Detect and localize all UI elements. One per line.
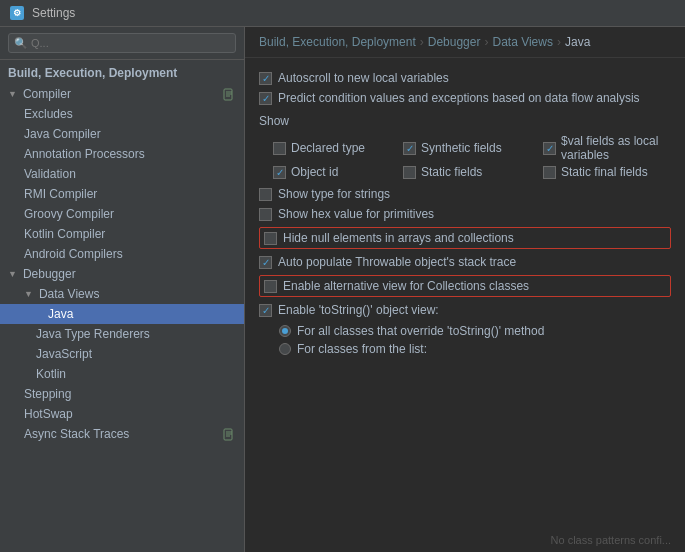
sidebar-item-label: Kotlin Compiler [24,227,105,241]
object-id-label: Object id [291,165,338,179]
sidebar-item-label: Validation [24,167,76,181]
sidebar: 🔍 Build, Execution, Deployment ▼ Compile… [0,27,245,552]
title-bar: ⚙ Settings [0,0,685,27]
sidebar-item-validation[interactable]: Validation [0,164,244,184]
page-icon [222,427,236,441]
sidebar-item-label: Android Compilers [24,247,123,261]
declared-type-label: Declared type [291,141,365,155]
show-type-label: Show type for strings [278,187,390,201]
static-fields-label: Static fields [421,165,482,179]
sidebar-item-label: Annotation Processors [24,147,145,161]
sidebar-item-stepping[interactable]: Stepping [0,384,244,404]
sidebar-item-label: Groovy Compiler [24,207,114,221]
sidebar-item-label: Java Compiler [24,127,101,141]
predict-label: Predict condition values and exceptions … [278,91,640,105]
static-fields-cell: Static fields [403,165,543,179]
hide-null-label: Hide null elements in arrays and collect… [283,231,514,245]
sidebar-item-label: JavaScript [36,347,92,361]
expand-icon: ▼ [8,89,17,99]
sidebar-item-groovy-compiler[interactable]: Groovy Compiler [0,204,244,224]
sidebar-item-label: Stepping [24,387,71,401]
sidebar-item-java[interactable]: Java [0,304,244,324]
sidebar-item-label: Kotlin [36,367,66,381]
enable-alternative-label: Enable alternative view for Collections … [283,279,529,293]
val-fields-cell: $val fields as local variables [543,134,671,162]
search-icon: 🔍 [14,37,28,50]
object-id-checkbox[interactable] [273,166,286,179]
declared-type-checkbox[interactable] [273,142,286,155]
main-content: 🔍 Build, Execution, Deployment ▼ Compile… [0,27,685,552]
val-fields-checkbox[interactable] [543,142,556,155]
search-box: 🔍 [0,27,244,60]
sidebar-item-hotswap[interactable]: HotSwap [0,404,244,424]
sidebar-item-label: Java Type Renderers [36,327,150,341]
sidebar-item-debugger[interactable]: ▼ Debugger [0,264,244,284]
static-fields-checkbox[interactable] [403,166,416,179]
sidebar-item-label: HotSwap [24,407,73,421]
sidebar-item-compiler[interactable]: ▼ Compiler [0,84,244,104]
sidebar-item-javascript[interactable]: JavaScript [0,344,244,364]
enable-tostring-label: Enable 'toString()' object view: [278,303,439,317]
sidebar-item-label: RMI Compiler [24,187,97,201]
title-bar-text: Settings [32,6,75,20]
sidebar-item-excludes[interactable]: Excludes [0,104,244,124]
show-hex-row: Show hex value for primitives [259,204,671,224]
hide-null-checkbox[interactable] [264,232,277,245]
val-fields-label: $val fields as local variables [561,134,671,162]
sidebar-item-rmi-compiler[interactable]: RMI Compiler [0,184,244,204]
object-id-cell: Object id [273,165,403,179]
sidebar-item-async-stack-traces[interactable]: Async Stack Traces [0,424,244,444]
search-wrapper: 🔍 [8,33,236,53]
for-all-classes-row: For all classes that override 'toString(… [279,322,671,340]
sidebar-item-java-compiler[interactable]: Java Compiler [0,124,244,144]
bottom-hint: No class patterns confi... [245,528,685,552]
breadcrumb-item-1: Build, Execution, Deployment [259,35,416,49]
page-icon [222,87,236,101]
search-input[interactable] [8,33,236,53]
sidebar-item-kotlin[interactable]: Kotlin [0,364,244,384]
auto-populate-row: Auto populate Throwable object's stack t… [259,252,671,272]
sidebar-item-data-views[interactable]: ▼ Data Views [0,284,244,304]
auto-populate-checkbox[interactable] [259,256,272,269]
radio-group: For all classes that override 'toString(… [259,320,671,360]
autoscroll-label: Autoscroll to new local variables [278,71,449,85]
app-icon: ⚙ [10,6,24,20]
autoscroll-checkbox[interactable] [259,72,272,85]
predict-checkbox[interactable] [259,92,272,105]
expand-icon: ▼ [8,269,17,279]
sidebar-item-label: Compiler [23,87,71,101]
static-final-fields-cell: Static final fields [543,165,648,179]
breadcrumb-sep-3: › [557,35,561,49]
declared-type-cell: Declared type [273,141,403,155]
show-type-checkbox[interactable] [259,188,272,201]
breadcrumb-item-2: Debugger [428,35,481,49]
show-label: Show [259,108,671,132]
static-final-fields-checkbox[interactable] [543,166,556,179]
show-grid-row1: Declared type Synthetic fields $val fiel… [259,132,671,163]
breadcrumb-item-3: Data Views [492,35,552,49]
sidebar-item-label: Java [48,307,73,321]
sidebar-item-label: Debugger [23,267,76,281]
expand-icon: ▼ [24,289,33,299]
for-all-classes-radio[interactable] [279,325,291,337]
for-classes-from-list-radio[interactable] [279,343,291,355]
sidebar-item-kotlin-compiler[interactable]: Kotlin Compiler [0,224,244,244]
enable-alternative-checkbox[interactable] [264,280,277,293]
show-hex-label: Show hex value for primitives [278,207,434,221]
sidebar-item-label: Data Views [39,287,99,301]
show-hex-checkbox[interactable] [259,208,272,221]
synthetic-fields-cell: Synthetic fields [403,141,543,155]
enable-tostring-checkbox[interactable] [259,304,272,317]
sidebar-item-java-type-renderers[interactable]: Java Type Renderers [0,324,244,344]
enable-tostring-row: Enable 'toString()' object view: [259,300,671,320]
auto-populate-label: Auto populate Throwable object's stack t… [278,255,516,269]
synthetic-fields-label: Synthetic fields [421,141,502,155]
static-final-fields-label: Static final fields [561,165,648,179]
breadcrumb: Build, Execution, Deployment › Debugger … [245,27,685,58]
predict-row: Predict condition values and exceptions … [259,88,671,108]
sidebar-item-annotation-processors[interactable]: Annotation Processors [0,144,244,164]
sidebar-item-android-compilers[interactable]: Android Compilers [0,244,244,264]
sidebar-section-header: Build, Execution, Deployment [0,60,244,84]
breadcrumb-sep-1: › [420,35,424,49]
synthetic-fields-checkbox[interactable] [403,142,416,155]
